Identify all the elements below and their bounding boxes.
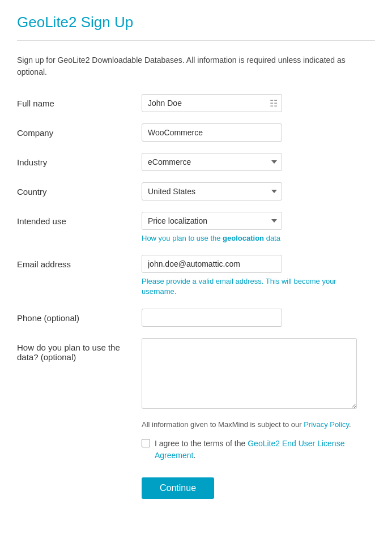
- intended-use-wrapper: Price localization Analytics Security Co…: [142, 212, 375, 244]
- phone-input[interactable]: [142, 309, 282, 327]
- country-select[interactable]: United States United Kingdom Canada Aust…: [142, 182, 282, 200]
- company-input[interactable]: [142, 123, 282, 142]
- hint-bold: geolocation: [223, 234, 264, 242]
- form-group-company: Company: [17, 123, 375, 142]
- label-intended-use: Intended use: [17, 212, 142, 226]
- label-phone: Phone (optional): [17, 309, 142, 323]
- signup-form: Full name ☷ Company Industry eCommerce T…: [17, 94, 375, 499]
- form-group-fullname: Full name ☷: [17, 94, 375, 112]
- fullname-wrapper: ☷: [142, 94, 375, 112]
- data-use-wrapper: [142, 338, 375, 409]
- bottom-section: All information given to MaxMind is subj…: [142, 420, 375, 499]
- hint-suffix: data: [264, 234, 280, 242]
- form-group-intended-use: Intended use Price localization Analytic…: [17, 212, 375, 244]
- form-group-country: Country United States United Kingdom Can…: [17, 182, 375, 200]
- full-name-input[interactable]: [142, 94, 282, 112]
- form-group-data-use: How do you plan to use the data? (option…: [17, 338, 375, 409]
- label-company: Company: [17, 123, 142, 138]
- divider: [17, 40, 375, 41]
- terms-checkbox[interactable]: [142, 439, 150, 447]
- fullname-input-wrapper: ☷: [142, 94, 282, 112]
- email-wrapper: Please provide a valid email address. Th…: [142, 255, 375, 297]
- form-group-phone: Phone (optional): [17, 309, 375, 327]
- privacy-policy-link[interactable]: Privacy Policy: [304, 420, 349, 429]
- phone-wrapper: [142, 309, 375, 327]
- industry-select[interactable]: eCommerce Technology Finance Healthcare …: [142, 153, 282, 171]
- label-email: Email address: [17, 255, 142, 269]
- label-country: Country: [17, 182, 142, 197]
- email-input[interactable]: [142, 255, 282, 273]
- company-wrapper: [142, 123, 375, 142]
- label-fullname: Full name: [17, 94, 142, 108]
- terms-group: I agree to the terms of the GeoLite2 End…: [142, 438, 357, 462]
- page-container: GeoLite2 Sign Up Sign up for GeoLite2 Do…: [0, 0, 392, 522]
- label-data-use: How do you plan to use the data? (option…: [17, 338, 142, 362]
- country-wrapper: United States United Kingdom Canada Aust…: [142, 182, 375, 200]
- continue-button[interactable]: Continue: [142, 477, 214, 499]
- privacy-text: All information given to MaxMind is subj…: [142, 420, 357, 429]
- intended-use-hint: How you plan to use the geolocation data: [142, 233, 357, 244]
- terms-suffix: .: [193, 451, 195, 460]
- page-description: Sign up for GeoLite2 Downloadable Databa…: [17, 54, 375, 78]
- privacy-suffix: .: [349, 420, 351, 429]
- form-group-email: Email address Please provide a valid ema…: [17, 255, 375, 297]
- privacy-prefix: All information given to MaxMind is subj…: [142, 420, 304, 429]
- industry-wrapper: eCommerce Technology Finance Healthcare …: [142, 153, 375, 171]
- label-industry: Industry: [17, 153, 142, 167]
- email-hint: Please provide a valid email address. Th…: [142, 276, 357, 297]
- terms-prefix: I agree to the terms of the: [155, 439, 248, 448]
- page-title: GeoLite2 Sign Up: [17, 14, 375, 31]
- intended-use-select[interactable]: Price localization Analytics Security Co…: [142, 212, 282, 230]
- terms-label: I agree to the terms of the GeoLite2 End…: [155, 438, 357, 462]
- form-group-industry: Industry eCommerce Technology Finance He…: [17, 153, 375, 171]
- data-use-textarea[interactable]: [142, 338, 357, 409]
- hint-prefix: How you plan to use the: [142, 234, 223, 242]
